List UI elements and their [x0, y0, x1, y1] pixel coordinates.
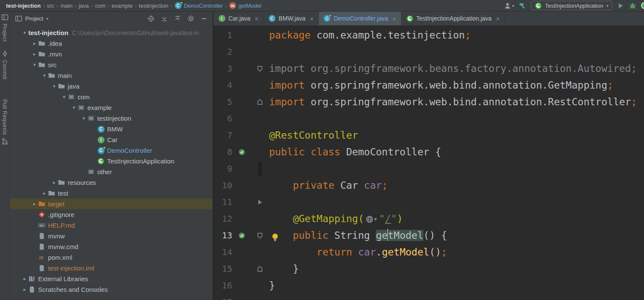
tree-row[interactable]: CBMW — [10, 124, 213, 134]
chevron-right-icon[interactable]: ▸ — [21, 287, 28, 292]
chevron-down-icon[interactable]: ▾ — [41, 73, 48, 78]
pull-request-icon[interactable] — [1, 138, 9, 145]
tree-row[interactable]: ▾test-injectionC:\Users\jin\Documents\Gi… — [10, 27, 213, 38]
chevron-right-icon[interactable]: ▸ — [31, 51, 38, 57]
fold-start-icon[interactable] — [256, 65, 264, 72]
run-button[interactable] — [617, 2, 624, 9]
breadcrumb-item[interactable]: example — [110, 3, 135, 9]
close-icon[interactable]: × — [255, 15, 258, 22]
tree-row[interactable]: ICar — [10, 134, 213, 145]
editor-tab[interactable]: CDemoController.java× — [319, 12, 401, 25]
code-line[interactable]: 16} — [213, 277, 644, 294]
tree-row[interactable]: mvnw — [10, 231, 213, 241]
code-line[interactable]: 10 private Car car; — [213, 177, 644, 194]
tree-row[interactable]: ▸target — [10, 199, 213, 209]
tree-row[interactable]: ▾src — [10, 59, 213, 70]
editor-tab[interactable]: CBMW.java× — [264, 12, 319, 25]
chevron-down-icon[interactable]: ▾ — [21, 30, 28, 36]
panel-title[interactable]: Project — [25, 15, 43, 22]
hide-panel-button[interactable] — [199, 14, 209, 24]
clipped-icon[interactable] — [641, 2, 644, 9]
chevron-down-icon[interactable]: ▾ — [51, 83, 58, 89]
tool-stripe-item[interactable]: Commit — [2, 60, 8, 80]
tree-row[interactable]: TestInjectionApplication — [10, 156, 213, 166]
chevron-down-icon[interactable]: ▾ — [46, 16, 48, 21]
url-inlay-hint[interactable]: ▾ — [365, 211, 377, 228]
tool-window-icon[interactable] — [1, 14, 9, 21]
code-line[interactable]: 4import org.springframework.web.bind.ann… — [213, 77, 644, 94]
code-line[interactable]: 7@RestController — [213, 127, 644, 144]
tree-row[interactable]: ▾main — [10, 70, 213, 81]
chevron-down-icon[interactable]: ▾ — [80, 116, 87, 121]
chevron-right-icon[interactable]: ▸ — [21, 276, 28, 282]
chevron-down-icon[interactable]: ▾ — [31, 62, 38, 68]
code-line[interactable]: 5import org.springframework.web.bind.ann… — [213, 94, 644, 110]
tool-stripe-item[interactable]: Pull Requests — [2, 99, 8, 135]
close-icon[interactable]: × — [392, 15, 396, 22]
debug-button[interactable] — [629, 2, 636, 9]
tool-stripe-item[interactable]: Project — [2, 24, 8, 42]
spring-bean-icon[interactable] — [238, 149, 246, 156]
tree-row[interactable]: ▸Scratches and Consoles — [10, 284, 213, 295]
code-line[interactable]: 3import org.springframework.beans.factor… — [213, 60, 644, 77]
close-icon[interactable]: × — [496, 15, 500, 22]
intention-bulb-icon[interactable] — [270, 231, 280, 241]
user-button[interactable]: ▾ — [504, 2, 514, 9]
tree-row[interactable]: mvnw.cmd — [10, 241, 213, 252]
breadcrumb-item[interactable]: test-injection — [4, 3, 42, 9]
tree-row[interactable]: test-injection.iml — [10, 263, 213, 273]
breadcrumb-item[interactable]: main — [59, 3, 74, 9]
tree-row[interactable]: ▸test — [10, 188, 213, 199]
code-line[interactable]: 2 — [213, 44, 644, 60]
code-line[interactable]: 9 — [213, 160, 644, 177]
breadcrumb-item[interactable]: src — [45, 3, 56, 9]
code-line[interactable]: 11 — [213, 194, 644, 211]
collapse-all-button[interactable] — [172, 14, 183, 24]
close-icon[interactable]: × — [310, 15, 314, 22]
fold-end-icon[interactable] — [256, 265, 264, 273]
tree-row[interactable]: ▸.mvn — [10, 49, 213, 59]
tree-row[interactable]: ▸External Libraries — [10, 273, 213, 284]
code-line[interactable]: 14 return car.getModel(); — [213, 244, 644, 261]
tree-row[interactable]: .gitignore — [10, 209, 213, 220]
code-editor[interactable]: 1package com.example.testinjection;23imp… — [213, 26, 644, 300]
tree-row[interactable]: CDemoController — [10, 145, 213, 156]
tree-row[interactable]: ▾testinjection — [10, 113, 213, 124]
breadcrumb-item[interactable]: mgetModel — [227, 2, 263, 9]
gutter-arrow-icon[interactable] — [256, 199, 264, 206]
code-line[interactable]: 6 — [213, 110, 644, 127]
tree-row[interactable]: other — [10, 166, 213, 177]
fold-end-icon[interactable] — [256, 98, 264, 106]
expand-all-button[interactable] — [159, 14, 169, 24]
editor-tab[interactable]: TestInjectionApplication.java× — [401, 12, 505, 25]
tree-row[interactable]: ▾java — [10, 81, 213, 92]
breadcrumb-item[interactable]: java — [77, 3, 90, 9]
tree-row[interactable]: ▾com — [10, 92, 213, 102]
tree-row[interactable]: MDHELP.md — [10, 220, 213, 231]
code-line[interactable]: 13 public String getModel() { — [213, 227, 644, 244]
code-line[interactable]: 15 } — [213, 261, 644, 277]
code-line[interactable]: 1package com.example.testinjection; — [213, 27, 644, 44]
chevron-right-icon[interactable]: ▸ — [31, 201, 38, 207]
locate-file-button[interactable] — [146, 14, 156, 24]
breadcrumb-item[interactable]: testinjection — [137, 3, 170, 9]
tree-row[interactable]: ▸resources — [10, 177, 213, 188]
chevron-down-icon[interactable]: ▾ — [70, 105, 78, 110]
editor-tab[interactable]: ICar.java× — [213, 12, 264, 25]
build-hammer-icon[interactable] — [519, 2, 526, 9]
code-line[interactable]: 12 @GetMapping(▾"/") — [213, 211, 644, 227]
code-line[interactable]: 8public class DemoController { — [213, 144, 644, 160]
run-config-select[interactable]: TestInjectionApplication ▾ — [531, 1, 612, 10]
code-line[interactable]: 17 — [213, 294, 644, 300]
breadcrumb-item[interactable]: com — [93, 3, 108, 9]
spring-bean-icon[interactable] — [238, 232, 246, 239]
panel-settings-button[interactable] — [186, 14, 196, 24]
tree-row[interactable]: ▸.idea — [10, 38, 213, 49]
fold-start-icon[interactable] — [256, 232, 264, 239]
tree-row[interactable]: ▾example — [10, 102, 213, 113]
breadcrumb-item[interactable]: CDemoController — [173, 2, 225, 9]
chevron-down-icon[interactable]: ▾ — [60, 94, 68, 100]
tree-row[interactable]: mpom.xml — [10, 252, 213, 263]
chevron-right-icon[interactable]: ▸ — [51, 180, 58, 185]
commit-icon[interactable] — [1, 50, 9, 57]
